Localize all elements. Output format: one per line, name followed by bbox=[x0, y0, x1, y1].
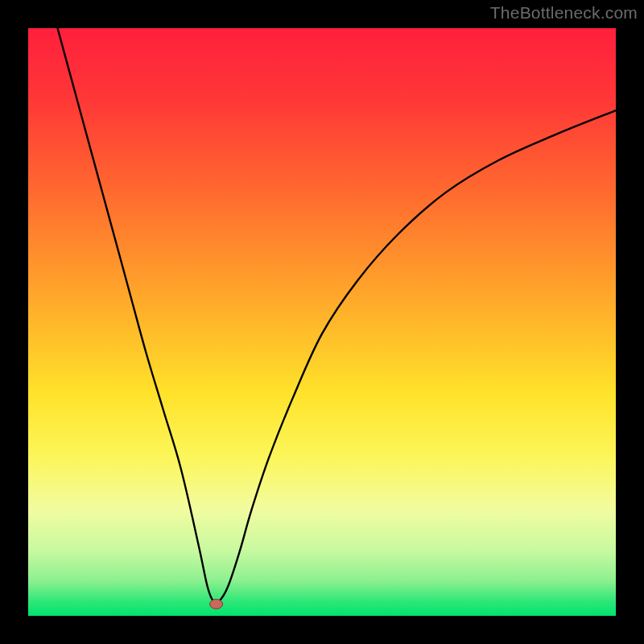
gradient-background bbox=[28, 28, 616, 616]
chart-svg bbox=[28, 28, 616, 616]
plot-area bbox=[28, 28, 616, 616]
watermark-label: TheBottleneck.com bbox=[490, 3, 638, 23]
optimal-point-marker bbox=[210, 599, 223, 609]
chart-frame: TheBottleneck.com bbox=[0, 0, 644, 644]
